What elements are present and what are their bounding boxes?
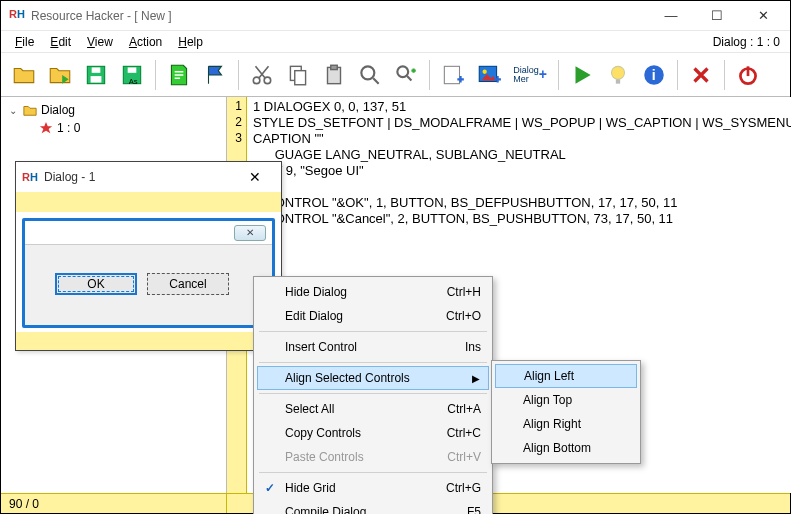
play-icon[interactable] xyxy=(565,58,599,92)
power-icon[interactable] xyxy=(731,58,765,92)
cancel-button[interactable]: Cancel xyxy=(147,273,229,295)
ctx-hide-grid[interactable]: ✓Hide GridCtrl+G xyxy=(257,476,489,500)
menu-action[interactable]: Action xyxy=(121,33,170,51)
status-position: 90 / 0 xyxy=(1,494,227,513)
check-icon: ✓ xyxy=(265,481,275,495)
close-icon[interactable]: ✕ xyxy=(235,169,275,185)
ctx-hide-dialog[interactable]: Hide DialogCtrl+H xyxy=(257,280,489,304)
cut-icon[interactable] xyxy=(245,58,279,92)
dialog-menu-icon[interactable]: DialogMer+ xyxy=(508,58,552,92)
menu-edit[interactable]: Edit xyxy=(42,33,79,51)
collapse-icon[interactable]: ⌄ xyxy=(7,105,19,116)
align-submenu[interactable]: Align Left Align Top Align Right Align B… xyxy=(491,360,641,464)
close-button[interactable]: ✕ xyxy=(740,2,786,30)
dialog-preview-window[interactable]: RH Dialog - 1 ✕ ✕ OK Cancel xyxy=(15,161,282,351)
ctx-select-all[interactable]: Select AllCtrl+A xyxy=(257,397,489,421)
info-icon[interactable]: i xyxy=(637,58,671,92)
svg-rect-11 xyxy=(331,65,338,69)
ctx-compile-dialog[interactable]: Compile DialogF5 xyxy=(257,500,489,514)
svg-rect-2 xyxy=(91,76,102,83)
main-window: RH Resource Hacker - [ New ] — ☐ ✕ File … xyxy=(0,0,791,514)
dialog-frame[interactable]: ✕ OK Cancel xyxy=(22,218,275,328)
app-icon: RH xyxy=(22,171,38,183)
tree-item[interactable]: 1 : 0 xyxy=(7,119,220,137)
tree-root[interactable]: ⌄ Dialog xyxy=(7,101,220,119)
svg-text:As: As xyxy=(129,76,138,85)
svg-text:i: i xyxy=(652,67,656,83)
new-image-icon[interactable] xyxy=(472,58,506,92)
open-icon[interactable] xyxy=(7,58,41,92)
svg-rect-18 xyxy=(616,79,620,83)
window-title: Resource Hacker - [ New ] xyxy=(31,9,648,23)
save-icon[interactable] xyxy=(79,58,113,92)
app-icon: RH xyxy=(9,8,25,24)
find-icon[interactable] xyxy=(353,58,387,92)
save-as-icon[interactable]: As xyxy=(115,58,149,92)
menu-file[interactable]: File xyxy=(7,33,42,51)
ctx-paste-controls: Paste ControlsCtrl+V xyxy=(257,445,489,469)
svg-rect-1 xyxy=(92,67,101,72)
script-icon[interactable] xyxy=(162,58,196,92)
folder-icon xyxy=(23,103,37,117)
ctx-align-right[interactable]: Align Right xyxy=(495,412,637,436)
ok-button[interactable]: OK xyxy=(55,273,137,295)
dialog-sys-close-icon[interactable]: ✕ xyxy=(234,225,266,241)
menu-view[interactable]: View xyxy=(79,33,121,51)
open-script-icon[interactable] xyxy=(43,58,77,92)
submenu-arrow-icon: ▶ xyxy=(472,373,480,384)
toolbar: As DialogMer+ i xyxy=(1,53,790,97)
svg-point-17 xyxy=(612,66,625,79)
minimize-button[interactable]: — xyxy=(648,2,694,30)
new-resource-icon[interactable] xyxy=(436,58,470,92)
svg-point-16 xyxy=(483,69,487,73)
ctx-copy-controls[interactable]: Copy ControlsCtrl+C xyxy=(257,421,489,445)
ctx-align-selected[interactable]: Align Selected Controls▶ xyxy=(257,366,489,390)
dialog-preview-titlebar[interactable]: RH Dialog - 1 ✕ xyxy=(16,162,281,192)
context-menu[interactable]: Hide DialogCtrl+H Edit DialogCtrl+O Inse… xyxy=(253,276,493,514)
svg-rect-9 xyxy=(295,70,306,84)
delete-icon[interactable] xyxy=(684,58,718,92)
find-next-icon[interactable] xyxy=(389,58,423,92)
paste-icon[interactable] xyxy=(317,58,351,92)
menubar-path: Dialog : 1 : 0 xyxy=(713,35,790,49)
flag-icon[interactable] xyxy=(198,58,232,92)
ctx-align-top[interactable]: Align Top xyxy=(495,388,637,412)
svg-point-13 xyxy=(397,66,408,77)
titlebar: RH Resource Hacker - [ New ] — ☐ ✕ xyxy=(1,1,790,31)
maximize-button[interactable]: ☐ xyxy=(694,2,740,30)
svg-rect-4 xyxy=(128,67,137,72)
copy-icon[interactable] xyxy=(281,58,315,92)
menu-help[interactable]: Help xyxy=(170,33,211,51)
svg-point-12 xyxy=(361,66,374,79)
svg-rect-14 xyxy=(444,66,459,83)
star-icon xyxy=(39,121,53,135)
ctx-insert-control[interactable]: Insert ControlIns xyxy=(257,335,489,359)
menubar: File Edit View Action Help Dialog : 1 : … xyxy=(1,31,790,53)
ctx-edit-dialog[interactable]: Edit DialogCtrl+O xyxy=(257,304,489,328)
bulb-icon[interactable] xyxy=(601,58,635,92)
ctx-align-left[interactable]: Align Left xyxy=(495,364,637,388)
ctx-align-bottom[interactable]: Align Bottom xyxy=(495,436,637,460)
